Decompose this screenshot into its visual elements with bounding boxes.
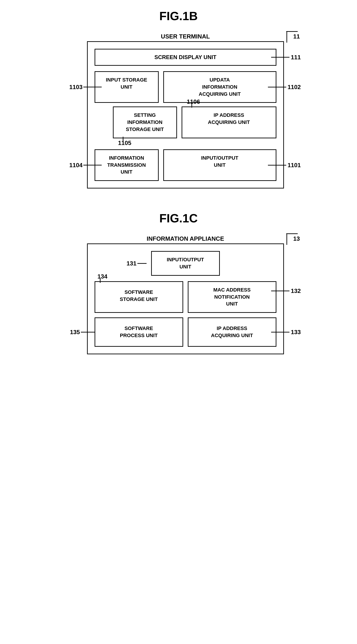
fig1c-title: FIG.1C	[160, 212, 198, 225]
ref-1102: 1102	[288, 83, 301, 91]
mac-address-unit: MAC ADDRESSNOTIFICATIONUNIT 132	[188, 281, 276, 313]
fig1b-title: FIG.1B	[160, 9, 198, 23]
fig1c-section: FIG.1C INFORMATION APPLIANCE 13 INPUT/OU…	[41, 212, 316, 354]
ref-135: 135	[70, 328, 80, 336]
setting-info-unit: SETTINGINFORMATIONSTORAGE UNIT 1105	[113, 106, 177, 138]
ref-1106: 1106	[187, 98, 200, 106]
ref-1105: 1105	[118, 139, 132, 147]
info-appliance-label: INFORMATION APPLIANCE	[147, 235, 224, 242]
ip-address-unit-1b: IP ADDRESSACQUIRING UNIT 1106	[182, 106, 276, 138]
ref-11: 11	[293, 33, 300, 40]
ref-13: 13	[293, 235, 300, 242]
ref-1104: 1104	[70, 162, 83, 168]
fig1b-section: FIG.1B USER TERMINAL 11 SCREEN DISPLAY U…	[41, 9, 316, 188]
ip-address-unit-1c: IP ADDRESSACQUIRING UNIT 133	[188, 318, 276, 347]
input-storage-unit: INPUT STORAGEUNIT	[94, 71, 159, 103]
ref-134: 134	[98, 272, 108, 280]
ref-1101: 1101	[288, 161, 301, 169]
ref-133: 133	[291, 328, 301, 336]
ref-131: 131	[127, 259, 136, 268]
screen-display-unit: SCREEN DISPLAY UNIT 111	[94, 49, 276, 66]
software-storage-unit: SOFTWARESTORAGE UNIT 134	[94, 281, 183, 313]
ref-111: 111	[291, 54, 301, 61]
ref-132: 132	[291, 287, 301, 295]
user-terminal-label: USER TERMINAL	[161, 33, 210, 40]
ref-1103: 1103	[70, 84, 83, 91]
info-transmission-unit: INFORMATIONTRANSMISSIONUNIT	[94, 149, 159, 181]
input-output-unit-1b: INPUT/OUTPUTUNIT 1101	[163, 149, 276, 181]
input-output-unit-1c: INPUT/OUTPUTUNIT 131	[151, 251, 220, 276]
software-process-unit: SOFTWAREPROCESS UNIT 135	[94, 318, 183, 347]
updata-info-unit: UPDATAINFORMATIONACQUIRING UNIT 1102	[163, 71, 276, 103]
